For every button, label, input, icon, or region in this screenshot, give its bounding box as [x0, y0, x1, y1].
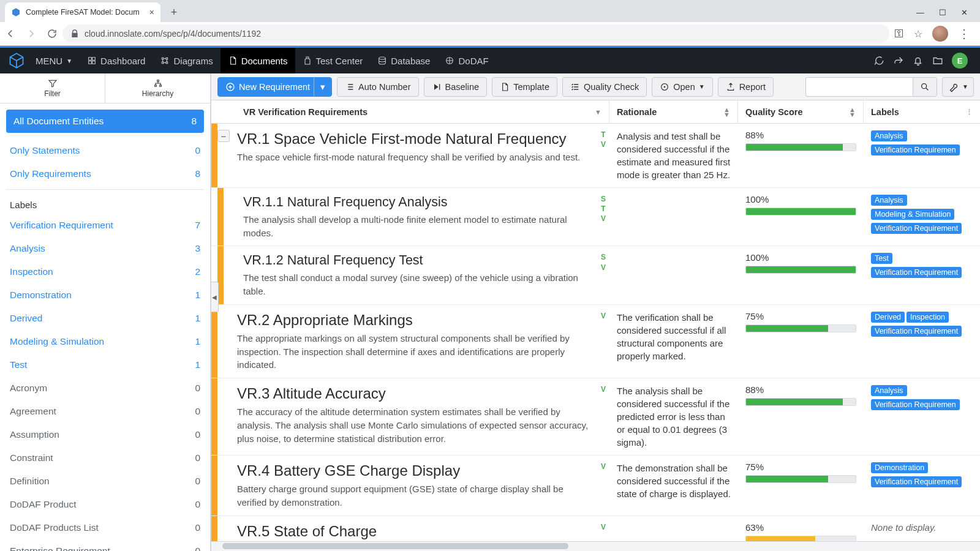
label-tag[interactable]: Analysis	[871, 130, 907, 141]
sidebar-label-definition[interactable]: Definition0	[6, 470, 204, 493]
tab-title: Complete FireSAT Model: Docum	[26, 8, 140, 17]
sidebar-label-acronym[interactable]: Acronym0	[6, 377, 204, 400]
sidebar-tab-filter[interactable]: Filter	[0, 73, 105, 103]
label-tag[interactable]: Verification Requirement	[871, 223, 962, 234]
kebab-icon[interactable]: ⋮	[958, 26, 970, 41]
search-input[interactable]	[805, 77, 913, 97]
sidebar-tab-hierarchy[interactable]: Hierarchy	[105, 73, 210, 103]
label-tag[interactable]: Verification Requiremen	[871, 144, 960, 156]
back-icon[interactable]	[5, 28, 16, 39]
col-rationale[interactable]: Rationale	[617, 107, 657, 117]
label-tag[interactable]: Analysis	[871, 385, 907, 396]
sidebar-label-inspection[interactable]: Inspection2	[6, 260, 204, 283]
table-row[interactable]: VR.4 Battery GSE Charge Display Battery …	[211, 455, 980, 516]
report-button[interactable]: Report	[718, 77, 774, 97]
label-tag[interactable]: Verification Requiremen	[871, 399, 960, 410]
baseline-button[interactable]: Baseline	[424, 77, 488, 97]
col-requirements[interactable]: VR Verification Requirements	[243, 107, 368, 117]
nav-test-center[interactable]: Test Center	[295, 48, 371, 73]
sidebar-collapse-button[interactable]: ◀	[211, 282, 219, 312]
label-tag[interactable]: Modeling & Simulation	[871, 209, 954, 220]
maximize-icon[interactable]: ☐	[939, 8, 946, 17]
label-tag[interactable]: Verification Requirement	[871, 267, 962, 278]
share-icon[interactable]	[893, 55, 904, 66]
label-tag[interactable]: Analysis	[871, 195, 907, 206]
plus-circle-icon	[225, 82, 235, 92]
nav-dodaf[interactable]: DoDAF	[437, 48, 496, 73]
collapse-button[interactable]: −	[217, 130, 230, 142]
new-tab-button[interactable]: +	[165, 4, 183, 21]
table-row[interactable]: VR.1.2 Natural Frequency Test The test s…	[211, 246, 980, 304]
star-icon[interactable]: ☆	[914, 28, 922, 40]
profile-avatar[interactable]	[932, 26, 948, 42]
sort-icon[interactable]: ▲▼	[849, 107, 856, 117]
sidebar-item-all-entities[interactable]: All Document Entities 8	[6, 110, 204, 133]
table-row[interactable]: − VR.1 Space Vehicle First-mode Natural …	[211, 124, 980, 188]
settings-button[interactable]: ▼	[942, 77, 974, 97]
label-tag[interactable]: Demonstration	[871, 462, 928, 473]
sidebar-label-assumption[interactable]: Assumption0	[6, 423, 204, 446]
table-row[interactable]: VR.5 State of Charge The demonstration s…	[211, 516, 980, 542]
col-labels[interactable]: Labels	[871, 107, 899, 117]
app-logo[interactable]	[5, 49, 28, 72]
minimize-icon[interactable]: ―	[916, 8, 924, 17]
sidebar-item-only-requirements[interactable]: Only Requirements8	[6, 162, 204, 186]
url-box[interactable]: cloud.innoslate.com/spec/p/4/documents/1…	[62, 24, 889, 43]
sidebar-label-demonstration[interactable]: Demonstration1	[6, 283, 204, 307]
url-text: cloud.innoslate.com/spec/p/4/documents/1…	[85, 29, 261, 39]
nav-documents[interactable]: Documents	[221, 48, 295, 73]
sidebar-label-test[interactable]: Test1	[6, 353, 204, 377]
table-row[interactable]: VR.2 Appropriate Markings The appropriat…	[211, 305, 980, 378]
key-icon[interactable]: ⚿	[894, 28, 904, 39]
chevron-down-icon[interactable]: ▾	[314, 78, 331, 96]
user-avatar[interactable]: E	[952, 53, 968, 69]
table-row[interactable]: VR.3 Altitude Accuracy The accuracy of t…	[211, 378, 980, 455]
sidebar-label-dodaf-product[interactable]: DoDAF Product0	[6, 493, 204, 516]
label-tag[interactable]: Test	[871, 253, 892, 264]
row-badges: V	[597, 455, 609, 515]
nav-menu[interactable]: MENU▼	[28, 48, 80, 73]
row-title: VR.4 Battery GSE Charge Display	[237, 462, 590, 480]
sort-icon[interactable]: ▲▼	[723, 107, 730, 117]
row-rationale	[609, 246, 738, 304]
label-tag[interactable]: Derived	[871, 312, 905, 323]
folder-icon[interactable]	[932, 55, 943, 66]
nav-diagrams[interactable]: Diagrams	[153, 48, 220, 73]
table-row[interactable]: VR.1.1 Natural Frequency Analysis The an…	[211, 188, 980, 246]
reload-icon[interactable]	[47, 28, 58, 39]
open-button[interactable]: Open▼	[652, 77, 712, 97]
forward-icon[interactable]	[26, 28, 37, 39]
row-description: The appropriate markings on all system s…	[237, 332, 590, 372]
label-tag[interactable]: Verification Requirement	[871, 476, 962, 487]
close-window-icon[interactable]: ✕	[961, 8, 968, 17]
row-labels: AnalysisModeling & SimulationVerificatio…	[864, 188, 980, 246]
nav-database[interactable]: Database	[370, 48, 437, 73]
close-icon[interactable]: ×	[149, 7, 154, 17]
sidebar-label-derived[interactable]: Derived1	[6, 307, 204, 330]
bell-icon[interactable]	[913, 55, 924, 66]
comment-icon[interactable]	[873, 55, 884, 66]
template-button[interactable]: Template	[492, 77, 557, 97]
chevron-down-icon[interactable]: ▼	[595, 110, 601, 114]
sidebar-label-agreement[interactable]: Agreement0	[6, 400, 204, 423]
col-quality[interactable]: Quality Score	[745, 107, 802, 117]
tab-strip: Complete FireSAT Model: Docum × + ― ☐ ✕	[0, 0, 980, 22]
browser-tab[interactable]: Complete FireSAT Model: Docum ×	[5, 2, 160, 22]
sidebar-label-verification-requirement[interactable]: Verification Requirement7	[6, 214, 204, 237]
row-quality: 100%	[738, 188, 864, 246]
search-button[interactable]	[913, 77, 937, 97]
sidebar-item-only-statements[interactable]: Only Statements0	[6, 139, 204, 162]
sidebar-label-modeling-simulation[interactable]: Modeling & Simulation1	[6, 330, 204, 353]
new-requirement-button[interactable]: New Requirement ▾	[217, 77, 332, 97]
nav-dashboard[interactable]: Dashboard	[80, 48, 153, 73]
quality-check-button[interactable]: Quality Check	[562, 77, 647, 97]
horizontal-scrollbar[interactable]	[211, 541, 980, 551]
sidebar-label-enterprise-requirement[interactable]: Enterprise Requirement0	[6, 539, 204, 551]
sidebar-label-dodaf-products-list[interactable]: DoDAF Products List0	[6, 516, 204, 539]
kebab-icon[interactable]: ⋮	[966, 110, 973, 114]
sidebar-label-constraint[interactable]: Constraint0	[6, 446, 204, 470]
auto-number-button[interactable]: Auto Number	[337, 77, 418, 97]
label-tag[interactable]: Verification Requirement	[871, 326, 962, 337]
sidebar-label-analysis[interactable]: Analysis3	[6, 237, 204, 260]
label-tag[interactable]: Inspection	[907, 312, 949, 323]
